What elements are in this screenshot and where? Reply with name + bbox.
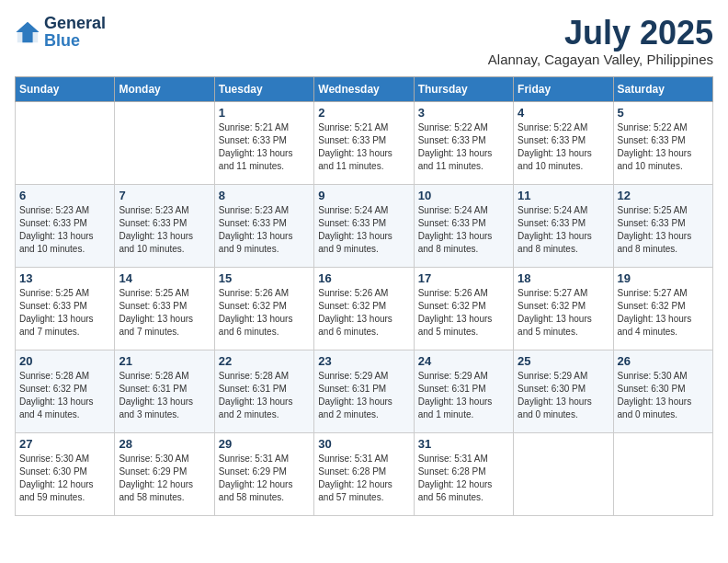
calendar-cell: 31Sunrise: 5:31 AM Sunset: 6:28 PM Dayli… (414, 432, 513, 515)
day-number: 16 (318, 271, 409, 285)
day-number: 2 (318, 106, 409, 120)
day-detail: Sunrise: 5:23 AM Sunset: 6:33 PM Dayligh… (119, 204, 210, 256)
day-detail: Sunrise: 5:31 AM Sunset: 6:28 PM Dayligh… (318, 453, 409, 504)
day-detail: Sunrise: 5:26 AM Sunset: 6:32 PM Dayligh… (418, 287, 509, 339)
day-detail: Sunrise: 5:24 AM Sunset: 6:33 PM Dayligh… (518, 204, 609, 256)
calendar-week-row: 1Sunrise: 5:21 AM Sunset: 6:33 PM Daylig… (16, 101, 713, 184)
logo-general: General (44, 14, 106, 32)
day-number: 25 (518, 354, 609, 368)
day-detail: Sunrise: 5:22 AM Sunset: 6:33 PM Dayligh… (618, 121, 709, 173)
calendar-cell (613, 432, 712, 515)
calendar-cell: 1Sunrise: 5:21 AM Sunset: 6:33 PM Daylig… (214, 101, 313, 184)
day-number: 28 (119, 437, 210, 451)
calendar-cell (115, 101, 214, 184)
day-detail: Sunrise: 5:21 AM Sunset: 6:33 PM Dayligh… (219, 121, 310, 173)
day-number: 12 (618, 189, 709, 202)
main-title: July 2025 (488, 15, 713, 52)
calendar-cell (514, 432, 613, 515)
day-number: 1 (219, 106, 310, 120)
calendar-cell: 13Sunrise: 5:25 AM Sunset: 6:33 PM Dayli… (16, 267, 115, 350)
logo: General Blue (15, 15, 106, 50)
day-detail: Sunrise: 5:25 AM Sunset: 6:33 PM Dayligh… (19, 287, 110, 339)
day-detail: Sunrise: 5:30 AM Sunset: 6:29 PM Dayligh… (119, 453, 210, 504)
weekday-header-tuesday: Tuesday (214, 76, 313, 101)
subtitle: Alannay, Cagayan Valley, Philippines (488, 52, 713, 67)
weekday-header-thursday: Thursday (414, 76, 513, 101)
logo-blue: Blue (44, 31, 80, 50)
calendar-cell: 20Sunrise: 5:28 AM Sunset: 6:32 PM Dayli… (16, 350, 115, 432)
calendar-cell: 29Sunrise: 5:31 AM Sunset: 6:29 PM Dayli… (214, 432, 313, 515)
day-detail: Sunrise: 5:31 AM Sunset: 6:29 PM Dayligh… (219, 453, 310, 504)
calendar-cell: 11Sunrise: 5:24 AM Sunset: 6:33 PM Dayli… (514, 184, 613, 267)
logo-icon (15, 19, 40, 45)
day-detail: Sunrise: 5:30 AM Sunset: 6:30 PM Dayligh… (618, 370, 709, 421)
day-detail: Sunrise: 5:25 AM Sunset: 6:33 PM Dayligh… (618, 204, 709, 256)
title-block: July 2025 Alannay, Cagayan Valley, Phili… (488, 15, 713, 67)
calendar-cell: 10Sunrise: 5:24 AM Sunset: 6:33 PM Dayli… (414, 184, 513, 267)
day-number: 17 (418, 271, 509, 285)
day-number: 18 (518, 271, 609, 285)
day-detail: Sunrise: 5:25 AM Sunset: 6:33 PM Dayligh… (119, 287, 210, 339)
calendar-cell: 28Sunrise: 5:30 AM Sunset: 6:29 PM Dayli… (115, 432, 214, 515)
weekday-header-row: SundayMondayTuesdayWednesdayThursdayFrid… (16, 76, 713, 101)
calendar-cell: 5Sunrise: 5:22 AM Sunset: 6:33 PM Daylig… (613, 101, 712, 184)
calendar-cell: 25Sunrise: 5:29 AM Sunset: 6:30 PM Dayli… (514, 350, 613, 432)
day-detail: Sunrise: 5:24 AM Sunset: 6:33 PM Dayligh… (418, 204, 509, 256)
weekday-header-friday: Friday (514, 76, 613, 101)
day-number: 10 (418, 189, 509, 202)
day-number: 8 (219, 189, 310, 202)
calendar-cell: 30Sunrise: 5:31 AM Sunset: 6:28 PM Dayli… (314, 432, 414, 515)
day-detail: Sunrise: 5:21 AM Sunset: 6:33 PM Dayligh… (318, 121, 409, 173)
calendar-cell: 12Sunrise: 5:25 AM Sunset: 6:33 PM Dayli… (613, 184, 712, 267)
calendar-cell: 7Sunrise: 5:23 AM Sunset: 6:33 PM Daylig… (115, 184, 214, 267)
day-detail: Sunrise: 5:26 AM Sunset: 6:32 PM Dayligh… (219, 287, 310, 339)
day-number: 5 (618, 106, 709, 120)
day-number: 24 (418, 354, 509, 368)
day-detail: Sunrise: 5:28 AM Sunset: 6:32 PM Dayligh… (19, 370, 110, 421)
calendar-cell: 21Sunrise: 5:28 AM Sunset: 6:31 PM Dayli… (115, 350, 214, 432)
day-detail: Sunrise: 5:29 AM Sunset: 6:30 PM Dayligh… (518, 370, 609, 421)
day-detail: Sunrise: 5:27 AM Sunset: 6:32 PM Dayligh… (618, 287, 709, 339)
calendar-cell: 6Sunrise: 5:23 AM Sunset: 6:33 PM Daylig… (16, 184, 115, 267)
calendar-week-row: 27Sunrise: 5:30 AM Sunset: 6:30 PM Dayli… (16, 432, 713, 515)
calendar-week-row: 6Sunrise: 5:23 AM Sunset: 6:33 PM Daylig… (16, 184, 713, 267)
calendar-week-row: 13Sunrise: 5:25 AM Sunset: 6:33 PM Dayli… (16, 267, 713, 350)
day-detail: Sunrise: 5:23 AM Sunset: 6:33 PM Dayligh… (219, 204, 310, 256)
day-number: 4 (518, 106, 609, 120)
day-number: 23 (318, 354, 409, 368)
day-number: 14 (119, 271, 210, 285)
calendar-cell: 23Sunrise: 5:29 AM Sunset: 6:31 PM Dayli… (314, 350, 414, 432)
calendar-cell: 17Sunrise: 5:26 AM Sunset: 6:32 PM Dayli… (414, 267, 513, 350)
day-detail: Sunrise: 5:23 AM Sunset: 6:33 PM Dayligh… (19, 204, 110, 256)
day-detail: Sunrise: 5:29 AM Sunset: 6:31 PM Dayligh… (418, 370, 509, 421)
calendar-cell: 4Sunrise: 5:22 AM Sunset: 6:33 PM Daylig… (514, 101, 613, 184)
day-number: 9 (318, 189, 409, 202)
day-number: 19 (618, 271, 709, 285)
day-number: 6 (19, 189, 110, 202)
day-detail: Sunrise: 5:30 AM Sunset: 6:30 PM Dayligh… (19, 453, 110, 504)
day-detail: Sunrise: 5:31 AM Sunset: 6:28 PM Dayligh… (418, 453, 509, 504)
day-detail: Sunrise: 5:22 AM Sunset: 6:33 PM Dayligh… (418, 121, 509, 173)
day-number: 30 (318, 437, 409, 451)
weekday-header-monday: Monday (115, 76, 214, 101)
calendar-cell: 2Sunrise: 5:21 AM Sunset: 6:33 PM Daylig… (314, 101, 414, 184)
day-detail: Sunrise: 5:24 AM Sunset: 6:33 PM Dayligh… (318, 204, 409, 256)
day-detail: Sunrise: 5:27 AM Sunset: 6:32 PM Dayligh… (518, 287, 609, 339)
day-number: 31 (418, 437, 509, 451)
day-number: 11 (518, 189, 609, 202)
calendar-cell: 3Sunrise: 5:22 AM Sunset: 6:33 PM Daylig… (414, 101, 513, 184)
calendar-cell: 26Sunrise: 5:30 AM Sunset: 6:30 PM Dayli… (613, 350, 712, 432)
calendar-week-row: 20Sunrise: 5:28 AM Sunset: 6:32 PM Dayli… (16, 350, 713, 432)
calendar-table: SundayMondayTuesdayWednesdayThursdayFrid… (15, 76, 713, 516)
page-header: General Blue July 2025 Alannay, Cagayan … (15, 15, 713, 67)
day-detail: Sunrise: 5:29 AM Sunset: 6:31 PM Dayligh… (318, 370, 409, 421)
day-detail: Sunrise: 5:28 AM Sunset: 6:31 PM Dayligh… (219, 370, 310, 421)
day-number: 20 (19, 354, 110, 368)
day-detail: Sunrise: 5:22 AM Sunset: 6:33 PM Dayligh… (518, 121, 609, 173)
day-number: 13 (19, 271, 110, 285)
day-number: 27 (19, 437, 110, 451)
weekday-header-saturday: Saturday (613, 76, 712, 101)
calendar-cell (16, 101, 115, 184)
calendar-cell: 18Sunrise: 5:27 AM Sunset: 6:32 PM Dayli… (514, 267, 613, 350)
day-number: 29 (219, 437, 310, 451)
